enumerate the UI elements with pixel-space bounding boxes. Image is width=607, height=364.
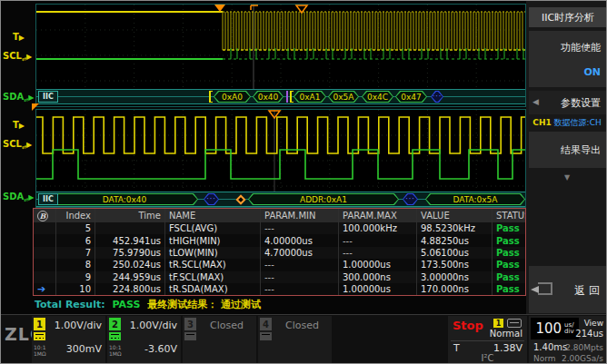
cell-name: tR.SDA(MAX) [165, 283, 261, 295]
channel-block[interactable]: 2 10:1 1MΩ 1.00V/div -3.60V [107, 316, 181, 364]
channel-block[interactable]: 3 Closed [183, 316, 256, 364]
measurement-table: B Index Time NAME PARAM.MIN PARAM.MAX VA… [33, 208, 526, 296]
function-enable-label: 功能使能 [561, 41, 601, 54]
col-status: STATUS [493, 209, 525, 222]
cell-value: 173.500ns [417, 259, 493, 271]
bus-badge-iic: IIC [38, 193, 58, 205]
divider [451, 340, 524, 341]
col-param-max: PARAM.MAX [339, 209, 417, 222]
probe-ratio-label: 10:1 1MΩ [109, 344, 122, 357]
timebase-scale: 100 [535, 320, 562, 337]
coupling-dc-icon [34, 332, 45, 340]
decode-ack-bubble: ··· [403, 193, 418, 205]
table-row[interactable]: 7 75.9790us tLOW(MIN) 4.70000us --- 5.06… [34, 247, 525, 259]
decode-byte-bubble: 0xA0 [214, 91, 251, 103]
bus-table-icon: B [34, 209, 56, 222]
cell-index: 5 [56, 222, 95, 234]
run-stop-indicator[interactable]: Stop [453, 319, 483, 332]
decode-ack-bubble: ··· [431, 91, 443, 103]
cell-name: tR.SCL(MAX) [165, 259, 261, 271]
decode-byte-bubble: 0xA1 [294, 91, 326, 103]
table-row[interactable]: 5 FSCL(AVG) --- 100.000kHz 98.5230kHz Pa… [34, 222, 525, 234]
chevron-down-icon[interactable]: ▼ [526, 173, 607, 182]
probe-ratio-label: 10:1 1MΩ [34, 344, 46, 357]
table-row[interactable]: ➔ 10 224.800us tR.SDA(MAX) --- 1.00000us… [34, 283, 525, 295]
trigger-mode: Normal [490, 329, 522, 339]
table-row[interactable]: 8 250.024us tR.SCL(MAX) --- 1.00000us 17… [34, 259, 525, 271]
restart-marker [286, 91, 288, 103]
cell-param-max: 1.00000us [339, 259, 417, 271]
start-condition-marker [290, 91, 294, 103]
start-condition-marker [209, 91, 213, 103]
cell-time: 452.941us [95, 234, 165, 246]
cell-value: 98.5230kHz [417, 222, 493, 234]
total-result-chinese: 最终测试结果： 通过测试 [147, 299, 261, 310]
table-row[interactable]: 9 244.959us tF.SCL(MAX) --- 300.000ns 3.… [34, 271, 525, 283]
col-param-min: PARAM.MIN [261, 209, 339, 222]
cell-index: 6 [56, 234, 95, 246]
view-label: View [584, 319, 603, 328]
decode-byte-bubble: 0x5A [328, 91, 359, 103]
channel-number-badge: 1 [34, 318, 45, 330]
result-export-label: 结果导出 [561, 143, 601, 157]
menu-item-function-enable[interactable]: 功能使能 ON [529, 31, 607, 87]
decode-track-frames: IIC DATA:0x40···ADDR:0xA1···DATA:0x5A [36, 192, 525, 207]
cell-param-max: --- [339, 247, 417, 259]
menu-sidebar: IIC时序分析 功能使能 ON ◀ 参数设置 CH1 数据信源:CH 结果导出 … [526, 1, 607, 314]
coupling-dc-icon [260, 332, 272, 340]
col-index: Index [56, 209, 95, 222]
channel-block[interactable]: 1 10:1 1MΩ 1.00V/div 300mV [32, 316, 105, 364]
trigger-coupling-icon [507, 319, 522, 328]
timebase-scale-box: 100 us/div [531, 318, 579, 339]
decode-byte-bubble: DATA:0x5A [425, 193, 525, 205]
cell-status: Pass [493, 271, 525, 283]
cell-index: 8 [56, 259, 95, 271]
acquisition-trigger-block[interactable]: Stop 1 Normal T 1.38V I²C [448, 316, 527, 364]
menu-title: IIC时序分析 [529, 7, 607, 27]
chevron-left-icon: ◀ [532, 97, 539, 106]
decode-byte-bubble: DATA:0x40 [51, 193, 198, 205]
cell-param-min: --- [261, 283, 339, 295]
menu-item-parameter-settings[interactable]: ◀ 参数设置 [529, 91, 607, 114]
waveform-panel-overview[interactable]: IIC 0xA00x400xA10x5A0x4C0x47··· [35, 4, 526, 107]
cell-name: tLOW(MIN) [165, 247, 261, 259]
cell-status: Pass [493, 247, 525, 259]
table-body: 5 FSCL(AVG) --- 100.000kHz 98.5230kHz Pa… [34, 222, 525, 295]
cell-time: 224.800us [95, 283, 165, 295]
decode-byte-bubble: ADDR:0xA1 [248, 193, 399, 205]
volts-per-div: 1.00V/div [55, 320, 102, 331]
bottom-status-bar: ZLG 1 10:1 1MΩ 1.00V/div 300mV 2 10:1 1M… [1, 314, 607, 364]
decode-byte-bubble: 0x4C [362, 91, 393, 103]
menu-item-result-export[interactable]: 结果导出 [529, 132, 607, 168]
cell-param-max: 100.000kHz [339, 222, 417, 234]
waveform-panel-zoom[interactable]: IIC DATA:0x40···ADDR:0xA1···DATA:0x5A [35, 109, 526, 208]
current-row-arrow: ➔ [34, 283, 56, 295]
cell-status: Pass [493, 234, 525, 246]
table-row[interactable]: 6 452.941us tHIGH(MIN) 4.00000us --- 4.8… [34, 234, 525, 246]
decode-track-bytes: IIC 0xA00x400xA10x5A0x4C0x47··· [36, 89, 525, 104]
col-time: Time [95, 209, 165, 222]
data-source-info: CH1 数据信源:CH [526, 117, 607, 129]
channel-number-badge: 4 [260, 318, 272, 330]
back-arrow-icon [538, 282, 552, 295]
source-label: 数据信源:CH [554, 118, 602, 127]
timebase-block[interactable]: 100 us/div View 214us 1.40ms 2.80Mpts No… [529, 316, 607, 364]
waveform-display[interactable]: T▶ SCL⇄▶ SDA⇄▶ T▶ SCL⇄▶ SDA⇄▶ IIC 0xA00x… [1, 1, 526, 314]
back-button[interactable]: 返 回 [529, 266, 607, 313]
current-row-arrow [34, 259, 56, 271]
col-name: NAME [165, 209, 261, 222]
channel-block[interactable]: 4 Closed [258, 316, 332, 364]
cell-status: Pass [493, 259, 525, 271]
restart-diamond-marker [235, 194, 245, 204]
cell-value: 4.88250us [417, 234, 493, 246]
coupling-dc-icon [184, 332, 196, 340]
cell-param-min: --- [261, 222, 339, 234]
current-row-arrow [34, 247, 56, 259]
decode-byte-bubble: 0x47 [395, 91, 427, 103]
bus-badge-iic: IIC [38, 91, 58, 103]
cell-time [95, 222, 165, 234]
oscilloscope-screen: T▶ SCL⇄▶ SDA⇄▶ T▶ SCL⇄▶ SDA⇄▶ IIC 0xA00x… [0, 0, 607, 364]
cell-index: 10 [56, 283, 95, 295]
source-channel: CH1 [532, 118, 551, 127]
cell-param-min: --- [261, 259, 339, 271]
